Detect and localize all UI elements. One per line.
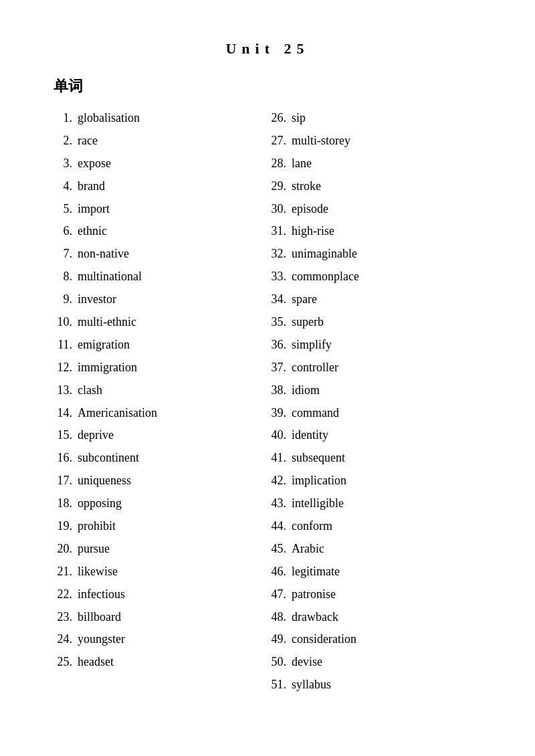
word-text: expose <box>78 155 268 173</box>
list-item: 31. high-rise <box>268 220 481 243</box>
list-item: 37. controller <box>268 357 481 379</box>
word-number: 13. <box>54 381 78 400</box>
list-item: 20. pursue <box>54 538 268 561</box>
word-number: 30. <box>268 200 292 219</box>
word-number: 43. <box>268 494 292 513</box>
word-text: patronise <box>292 585 481 604</box>
list-item: 7. non-native <box>54 243 268 266</box>
list-item: 46. legitimate <box>268 561 481 583</box>
word-number: 49. <box>268 630 292 649</box>
word-text: superb <box>292 313 481 332</box>
word-text: race <box>78 132 268 151</box>
word-text: infectious <box>78 585 268 604</box>
list-item: 24. youngster <box>54 628 268 651</box>
word-number: 47. <box>268 585 292 604</box>
list-item: 29. stroke <box>268 175 481 198</box>
list-item: 2. race <box>54 130 268 153</box>
list-item: 38. idiom <box>268 379 481 402</box>
word-text: idiom <box>292 381 481 400</box>
word-text: Arabic <box>292 540 481 559</box>
word-text: devise <box>292 653 481 672</box>
word-text: uniqueness <box>78 472 268 490</box>
word-text: lane <box>292 155 481 173</box>
word-number: 37. <box>268 359 292 377</box>
word-number: 42. <box>268 472 292 490</box>
word-number: 11. <box>54 336 78 355</box>
word-text: commonplace <box>292 268 481 286</box>
list-item: 25. headset <box>54 651 268 674</box>
word-text: import <box>78 200 268 219</box>
word-text: conform <box>292 517 481 536</box>
word-number: 16. <box>54 449 78 468</box>
word-number: 41. <box>268 449 292 468</box>
list-item: 51. syllabus <box>268 674 481 696</box>
word-number: 2. <box>54 132 78 151</box>
list-item: 26. sip <box>268 107 481 130</box>
word-number: 46. <box>268 563 292 581</box>
word-text: intelligible <box>292 494 481 513</box>
word-number: 32. <box>268 245 292 264</box>
word-number: 10. <box>54 313 78 332</box>
word-text: command <box>292 404 481 423</box>
list-item: 42. implication <box>268 470 481 492</box>
word-number: 28. <box>268 155 292 173</box>
word-text: brand <box>78 177 268 196</box>
list-item: 43. intelligible <box>268 492 481 515</box>
word-number: 7. <box>54 245 78 264</box>
list-item: 5. import <box>54 198 268 221</box>
word-text: ethnic <box>78 222 268 241</box>
word-number: 12. <box>54 359 78 377</box>
list-item: 28. lane <box>268 153 481 175</box>
word-number: 29. <box>268 177 292 196</box>
word-text: controller <box>292 359 481 377</box>
word-text: globalisation <box>78 109 268 128</box>
word-text: simplify <box>292 336 481 355</box>
list-item: 49. consideration <box>268 628 481 651</box>
word-text: billboard <box>78 608 268 627</box>
section-header: 单词 <box>54 76 481 96</box>
word-number: 24. <box>54 630 78 649</box>
list-item: 40. identity <box>268 424 481 447</box>
word-text: episode <box>292 200 481 219</box>
list-item: 12. immigration <box>54 357 268 379</box>
list-item: 41. subsequent <box>268 447 481 470</box>
word-number: 4. <box>54 177 78 196</box>
word-text: prohibit <box>78 517 268 536</box>
word-text: emigration <box>78 336 268 355</box>
word-number: 15. <box>54 426 78 445</box>
list-item: 13. clash <box>54 379 268 402</box>
list-item: 35. superb <box>268 311 481 334</box>
list-item: 47. patronise <box>268 583 481 606</box>
word-text: spare <box>292 290 481 309</box>
word-number: 23. <box>54 608 78 627</box>
list-item: 39. command <box>268 402 481 425</box>
word-number: 33. <box>268 268 292 286</box>
word-text: legitimate <box>292 563 481 581</box>
list-item: 16. subcontinent <box>54 447 268 470</box>
word-number: 35. <box>268 313 292 332</box>
word-text: Americanisation <box>78 404 268 423</box>
word-number: 8. <box>54 268 78 286</box>
list-item: 6. ethnic <box>54 220 268 243</box>
word-number: 21. <box>54 563 78 581</box>
list-item: 44. conform <box>268 515 481 538</box>
list-item: 22. infectious <box>54 583 268 606</box>
word-text: implication <box>292 472 481 490</box>
word-number: 19. <box>54 517 78 536</box>
word-text: multi-storey <box>292 132 481 151</box>
right-column: 26. sip 27. multi-storey 28. lane 29. st… <box>268 107 481 696</box>
list-item: 10. multi-ethnic <box>54 311 268 334</box>
word-text: syllabus <box>292 676 481 694</box>
word-number: 17. <box>54 472 78 490</box>
word-number: 36. <box>268 336 292 355</box>
page-title: Unit 25 <box>54 40 481 58</box>
list-item: 23. billboard <box>54 606 268 629</box>
word-text: high-rise <box>292 222 481 241</box>
word-number: 25. <box>54 653 78 672</box>
list-item: 21. likewise <box>54 561 268 583</box>
list-item: 3. expose <box>54 153 268 175</box>
word-number: 9. <box>54 290 78 309</box>
word-number: 26. <box>268 109 292 128</box>
list-item: 18. opposing <box>54 492 268 515</box>
list-item: 11. emigration <box>54 334 268 357</box>
